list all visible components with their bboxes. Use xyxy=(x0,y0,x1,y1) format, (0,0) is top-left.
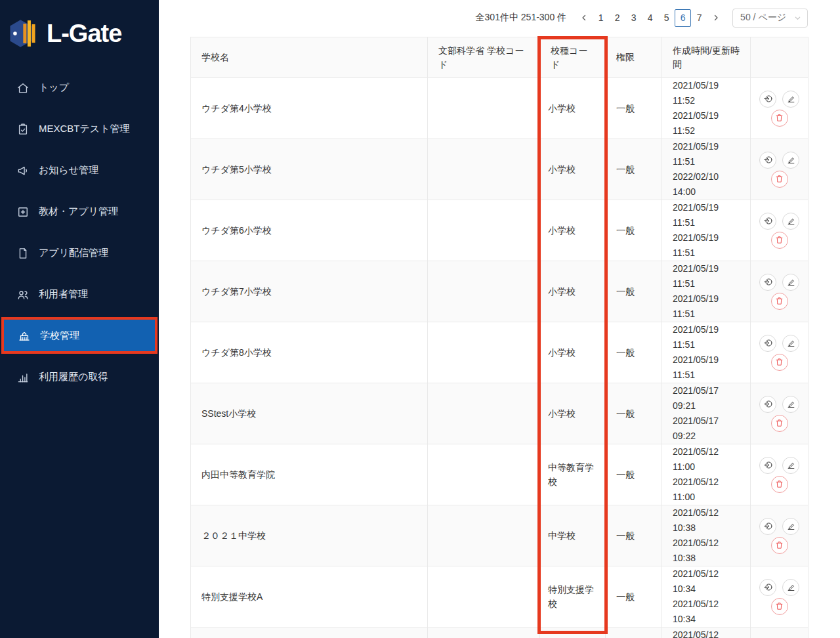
login-button[interactable] xyxy=(759,396,776,413)
mext-code-cell xyxy=(428,383,540,444)
row-actions-top xyxy=(759,396,799,413)
mext-code-cell xyxy=(428,505,540,566)
sidebar-item-学校管理[interactable]: 学校管理 xyxy=(1,317,158,354)
page-list: 1234567 xyxy=(593,9,707,27)
page-button-2[interactable]: 2 xyxy=(609,9,625,27)
users-icon xyxy=(16,288,30,301)
delete-button[interactable] xyxy=(771,537,788,554)
table-row: 0000高校高等学校 （学年制）一般2021/05/12 10:292021/0… xyxy=(191,627,808,638)
page-button-4[interactable]: 4 xyxy=(642,9,658,27)
school-type-cell: 中学校 xyxy=(540,505,606,566)
login-button[interactable] xyxy=(759,335,776,352)
mext-code-cell xyxy=(428,261,540,322)
row-actions-cell xyxy=(751,261,808,322)
trash-icon xyxy=(774,601,784,611)
row-actions-top xyxy=(759,274,799,291)
timestamps-cell: 2021/05/12 10:382021/05/12 10:38 xyxy=(662,505,751,566)
delete-button[interactable] xyxy=(771,354,788,371)
timestamps-cell: 2021/05/12 10:342021/05/12 10:34 xyxy=(662,566,751,627)
row-actions xyxy=(751,396,808,432)
page-button-3[interactable]: 3 xyxy=(625,9,642,27)
sidebar-item-label: 教材・アプリ管理 xyxy=(39,205,118,218)
delete-button[interactable] xyxy=(771,232,788,249)
edit-icon xyxy=(786,155,796,165)
login-button[interactable] xyxy=(759,213,776,230)
sidebar-item-label: アプリ配信管理 xyxy=(39,247,108,259)
row-actions xyxy=(751,579,808,615)
sidebar-item-利用履歴の取得[interactable]: 利用履歴の取得 xyxy=(0,356,159,398)
delete-button[interactable] xyxy=(771,476,788,493)
table-row: ２０２１中学校中学校一般2021/05/12 10:382021/05/12 1… xyxy=(191,505,808,566)
updated-timestamp: 2021/05/19 11:51 xyxy=(673,230,740,261)
row-actions-cell xyxy=(751,444,808,505)
page-button-5[interactable]: 5 xyxy=(658,9,675,27)
timestamps-cell: 2021/05/19 11:512022/02/10 14:00 xyxy=(662,139,751,200)
main-content: 全301件中 251-300 件 1234567 50 / ページ 学校名文部科… xyxy=(159,0,840,638)
page-size-select[interactable]: 50 / ページ xyxy=(732,9,808,28)
login-button[interactable] xyxy=(759,91,776,108)
edit-button[interactable] xyxy=(782,457,799,474)
login-button[interactable] xyxy=(759,518,776,535)
sidebar-item-教材・アプリ管理[interactable]: 教材・アプリ管理 xyxy=(0,191,159,232)
mext-code-cell xyxy=(428,200,540,261)
test-icon xyxy=(16,123,30,136)
timestamps-cell: 2021/05/19 11:522021/05/19 11:52 xyxy=(662,78,751,139)
delete-button[interactable] xyxy=(771,598,788,615)
permission-cell: 一般 xyxy=(606,322,662,383)
timestamps-cell: 2021/05/17 09:212021/05/17 09:22 xyxy=(662,383,751,444)
login-icon xyxy=(763,399,773,409)
edit-button[interactable] xyxy=(782,91,799,108)
school-type-cell: 小学校 xyxy=(540,383,606,444)
created-timestamp: 2021/05/19 11:51 xyxy=(673,261,740,291)
school-name-cell: 内田中等教育学院 xyxy=(191,444,428,505)
login-button[interactable] xyxy=(759,274,776,291)
login-icon xyxy=(763,521,773,531)
login-icon xyxy=(763,216,773,226)
page-button-7[interactable]: 7 xyxy=(691,9,707,27)
timestamps-cell: 2021/05/19 11:512021/05/19 11:51 xyxy=(662,322,751,383)
login-button[interactable] xyxy=(759,457,776,474)
timestamps-cell: 2021/05/19 11:512021/05/19 11:51 xyxy=(662,200,751,261)
page-button-1[interactable]: 1 xyxy=(593,9,609,27)
edit-button[interactable] xyxy=(782,152,799,169)
permission-cell: 一般 xyxy=(606,566,662,627)
edit-button[interactable] xyxy=(782,579,799,596)
row-actions xyxy=(751,274,808,310)
sidebar-item-MEXCBTテスト管理[interactable]: MEXCBTテスト管理 xyxy=(0,108,159,150)
table-row: SStest小学校小学校一般2021/05/17 09:212021/05/17… xyxy=(191,383,808,444)
next-page-button[interactable] xyxy=(707,9,724,27)
page-button-6[interactable]: 6 xyxy=(675,9,691,27)
home-icon xyxy=(16,81,30,95)
edit-button[interactable] xyxy=(782,335,799,352)
row-actions-cell xyxy=(751,78,808,139)
permission-cell: 一般 xyxy=(606,139,662,200)
timestamps-cell: 2021/05/12 10:292021/05/12 10:29 xyxy=(662,627,751,638)
row-actions-top xyxy=(759,579,799,596)
sidebar-item-トップ[interactable]: トップ xyxy=(0,67,159,108)
delete-button[interactable] xyxy=(771,110,788,127)
sidebar-item-利用者管理[interactable]: 利用者管理 xyxy=(0,274,159,315)
school-name-cell: ウチダ第4小学校 xyxy=(191,78,428,139)
updated-timestamp: 2021/05/12 11:00 xyxy=(673,475,740,505)
login-button[interactable] xyxy=(759,579,776,596)
table-row: 特別支援学校A特別支援学校一般2021/05/12 10:342021/05/1… xyxy=(191,566,808,627)
edit-button[interactable] xyxy=(782,274,799,291)
delete-button[interactable] xyxy=(771,415,788,432)
school-name-cell: ウチダ第8小学校 xyxy=(191,322,428,383)
edit-button[interactable] xyxy=(782,518,799,535)
permission-cell: 一般 xyxy=(606,444,662,505)
row-actions xyxy=(751,335,808,371)
created-timestamp: 2021/05/17 09:21 xyxy=(673,383,740,414)
login-button[interactable] xyxy=(759,152,776,169)
prev-page-button[interactable] xyxy=(576,9,593,27)
edit-button[interactable] xyxy=(782,213,799,230)
delete-button[interactable] xyxy=(771,171,788,188)
delete-button[interactable] xyxy=(771,293,788,310)
row-actions xyxy=(751,91,808,127)
mext-code-cell xyxy=(428,139,540,200)
plus-square-icon xyxy=(16,205,30,219)
edit-button[interactable] xyxy=(782,396,799,413)
sidebar-item-お知らせ管理[interactable]: お知らせ管理 xyxy=(0,150,159,191)
sidebar-item-アプリ配信管理[interactable]: アプリ配信管理 xyxy=(0,232,159,274)
sidebar-item-label: お知らせ管理 xyxy=(39,164,98,177)
